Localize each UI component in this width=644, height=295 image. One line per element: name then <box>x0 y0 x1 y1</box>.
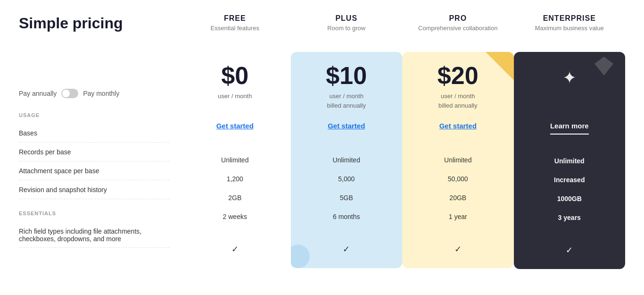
plus-records-value: 5,000 <box>298 169 395 188</box>
revision-feature-label: Revision and snapshot history <box>19 180 170 199</box>
pro-plan-column: PRO Comprehensive collaboration $20 user… <box>402 14 514 268</box>
plus-plan-name: PLUS <box>296 14 398 23</box>
left-panel: Simple pricing Pay annually Pay monthly … <box>19 14 179 281</box>
plus-price-section: $10 user / month billed annually <box>291 52 403 118</box>
pro-essentials-checkmark: ✓ <box>410 237 506 263</box>
pro-price-period: user / month billed annually <box>438 92 477 110</box>
pro-cta-button[interactable]: Get started <box>439 118 477 134</box>
free-essentials-checkmark: ✓ <box>187 237 283 263</box>
plus-price-period: user / month billed annually <box>327 92 366 110</box>
plus-plan-card: $10 user / month billed annually Get sta… <box>291 52 403 268</box>
pay-annually-label: Pay annually <box>19 90 57 97</box>
plus-essentials-checkmark: ✓ <box>298 237 395 263</box>
enterprise-bases-value: Unlimited <box>521 152 618 170</box>
pro-records-value: 50,000 <box>410 169 506 188</box>
plus-cta-button[interactable]: Get started <box>328 118 365 134</box>
enterprise-price-section: ✦ <box>514 52 626 118</box>
essentials-section-label: ESSENTIALS <box>19 211 170 216</box>
pro-plan-tagline: Comprehensive collaboration <box>407 25 509 32</box>
sparkle-icon: ✦ <box>562 68 577 88</box>
enterprise-records-value: Increased <box>521 170 618 189</box>
plus-bases-value: Unlimited <box>298 151 395 169</box>
free-price-amount: $0 <box>221 63 248 88</box>
enterprise-plan-card: ✦ Learn more Unlimited Increased 1000GB … <box>514 52 626 269</box>
free-bases-value: Unlimited <box>187 151 283 169</box>
page-title: Simple pricing <box>19 14 170 32</box>
free-price-period: user / month <box>218 92 252 101</box>
enterprise-revision-value: 3 years <box>521 208 618 227</box>
plans-area: FREE Essential features $0 user / month … <box>179 14 625 281</box>
free-price-section: $0 user / month <box>179 52 291 118</box>
bases-feature-label: Bases <box>19 124 170 143</box>
enterprise-plan-tagline: Maximum business value <box>519 25 621 32</box>
usage-section-label: USAGE <box>19 112 170 118</box>
plus-attachment-value: 5GB <box>298 188 395 207</box>
free-data-section: Unlimited 1,200 2GB 2 weeks ✓ <box>179 146 291 268</box>
free-records-value: 1,200 <box>187 169 283 188</box>
plus-revision-value: 6 months <box>298 207 395 226</box>
pro-plan-card: $20 user / month billed annually Get sta… <box>402 52 514 268</box>
free-cta-button[interactable]: Get started <box>216 118 254 134</box>
plus-plan-tagline: Room to grow <box>296 25 398 32</box>
pro-data-section: Unlimited 50,000 20GB 1 year ✓ <box>402 146 514 268</box>
plus-plan-header: PLUS Room to grow <box>291 14 403 52</box>
free-plan-tagline: Essential features <box>184 25 286 32</box>
pro-plan-name: PRO <box>407 14 509 23</box>
free-plan-name: FREE <box>184 14 286 23</box>
essentials-feature-label: Rich field types including file attachme… <box>19 222 170 248</box>
billing-toggle-switch[interactable] <box>61 89 78 98</box>
pro-plan-header: PRO Comprehensive collaboration <box>402 14 514 52</box>
plus-plan-column: PLUS Room to grow $10 user / month bille… <box>291 14 403 268</box>
enterprise-essentials-checkmark: ✓ <box>521 238 618 264</box>
enterprise-plan-header: ENTERPRISE Maximum business value <box>514 14 626 52</box>
records-feature-label: Records per base <box>19 143 170 161</box>
free-plan-header: FREE Essential features <box>179 14 291 52</box>
enterprise-cta-button[interactable]: Learn more <box>550 118 589 135</box>
pro-price-amount: $20 <box>438 63 479 88</box>
enterprise-data-section: Unlimited Increased 1000GB 3 years ✓ <box>514 147 626 269</box>
free-plan-column: FREE Essential features $0 user / month … <box>179 14 291 268</box>
plus-price-amount: $10 <box>326 63 367 88</box>
pro-bases-value: Unlimited <box>410 151 506 169</box>
free-revision-value: 2 weeks <box>187 207 283 226</box>
pro-attachment-value: 20GB <box>410 188 506 207</box>
pro-price-section: $20 user / month billed annually <box>402 52 514 118</box>
pay-monthly-label: Pay monthly <box>83 90 119 97</box>
attachment-feature-label: Attachment space per base <box>19 161 170 180</box>
enterprise-plan-column: ENTERPRISE Maximum business value ✦ Lear… <box>514 14 626 269</box>
pro-revision-value: 1 year <box>410 207 506 226</box>
enterprise-plan-name: ENTERPRISE <box>519 14 621 23</box>
free-attachment-value: 2GB <box>187 188 283 207</box>
free-plan-card: $0 user / month Get started Unlimited 1,… <box>179 52 291 268</box>
billing-toggle[interactable]: Pay annually Pay monthly <box>19 89 170 98</box>
enterprise-attachment-value: 1000GB <box>521 189 618 208</box>
